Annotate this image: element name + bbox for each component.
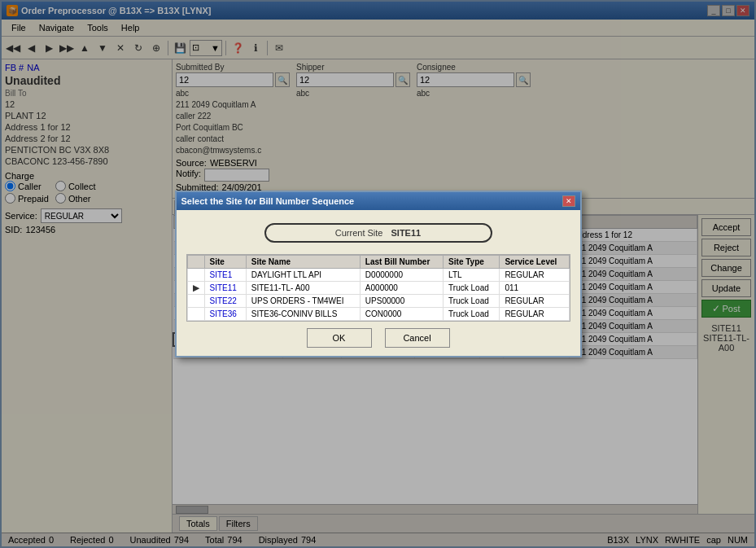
modal-cell-arrow xyxy=(187,308,204,321)
modal-table-row[interactable]: SITE1 DAYLIGHT LTL API D0000000 LTL REGU… xyxy=(187,269,569,282)
modal-title-bar: Select the Site for Bill Number Sequence… xyxy=(177,192,580,210)
modal-cell-level: REGULAR xyxy=(500,269,569,282)
modal-cell-name: SITE11-TL- A00 xyxy=(246,282,360,295)
modal-cell-arrow: ▶ xyxy=(187,282,204,295)
modal-cell-site: SITE22 xyxy=(204,295,246,308)
modal-cell-level: 011 xyxy=(500,282,569,295)
modal-title: Select the Site for Bill Number Sequence xyxy=(181,196,355,206)
modal-ok-button[interactable]: OK xyxy=(307,328,372,348)
modal-close-button[interactable]: ✕ xyxy=(562,195,575,207)
modal-cell-name: SITE36-CONINV BILLS xyxy=(246,308,360,321)
modal-table-row[interactable]: SITE36 SITE36-CONINV BILLS CON0000 Truck… xyxy=(187,308,569,321)
modal-cell-arrow xyxy=(187,295,204,308)
modal-cell-site: SITE1 xyxy=(204,269,246,282)
modal-cell-lastbill: CON0000 xyxy=(360,308,443,321)
modal-col-level[interactable]: Service Level xyxy=(500,256,569,269)
modal-col-site[interactable]: Site xyxy=(204,256,246,269)
current-site-value: SITE11 xyxy=(391,228,422,238)
modal-cell-type: Truck Load xyxy=(444,295,500,308)
modal-button-row: OK Cancel xyxy=(186,328,570,348)
modal-cell-level: REGULAR xyxy=(500,308,569,321)
modal-sites-table: Site Site Name Last Bill Number Site Typ… xyxy=(187,255,570,321)
modal-cell-name: DAYLIGHT LTL API xyxy=(246,269,360,282)
modal-dialog: Select the Site for Bill Number Sequence… xyxy=(175,191,582,357)
modal-cell-lastbill: D0000000 xyxy=(360,269,443,282)
modal-cell-level: REGULAR xyxy=(500,295,569,308)
modal-body: Current Site SITE11 Site Site Name Last … xyxy=(177,210,580,356)
modal-cell-type: Truck Load xyxy=(444,308,500,321)
modal-cell-site: SITE11 xyxy=(204,282,246,295)
modal-table-row[interactable]: ▶ SITE11 SITE11-TL- A00 A000000 Truck Lo… xyxy=(187,282,569,295)
modal-cell-site: SITE36 xyxy=(204,308,246,321)
modal-col-type[interactable]: Site Type xyxy=(444,256,500,269)
current-site-box: Current Site SITE11 xyxy=(264,223,492,243)
modal-cell-lastbill: UPS00000 xyxy=(360,295,443,308)
modal-col-name[interactable]: Site Name xyxy=(246,256,360,269)
modal-cell-lastbill: A000000 xyxy=(360,282,443,295)
modal-table-container[interactable]: Site Site Name Last Bill Number Site Typ… xyxy=(186,254,570,322)
modal-cell-name: UPS ORDERS - TM4WEI xyxy=(246,295,360,308)
modal-table-row[interactable]: SITE22 UPS ORDERS - TM4WEI UPS00000 Truc… xyxy=(187,295,569,308)
current-site-label: Current Site xyxy=(335,228,383,238)
modal-cancel-button[interactable]: Cancel xyxy=(385,328,450,348)
modal-cell-type: LTL xyxy=(444,269,500,282)
modal-cell-type: Truck Load xyxy=(444,282,500,295)
modal-col-arrow xyxy=(187,256,204,269)
modal-overlay: Select the Site for Bill Number Sequence… xyxy=(0,0,756,548)
modal-col-lastbill[interactable]: Last Bill Number xyxy=(360,256,443,269)
modal-cell-arrow xyxy=(187,269,204,282)
